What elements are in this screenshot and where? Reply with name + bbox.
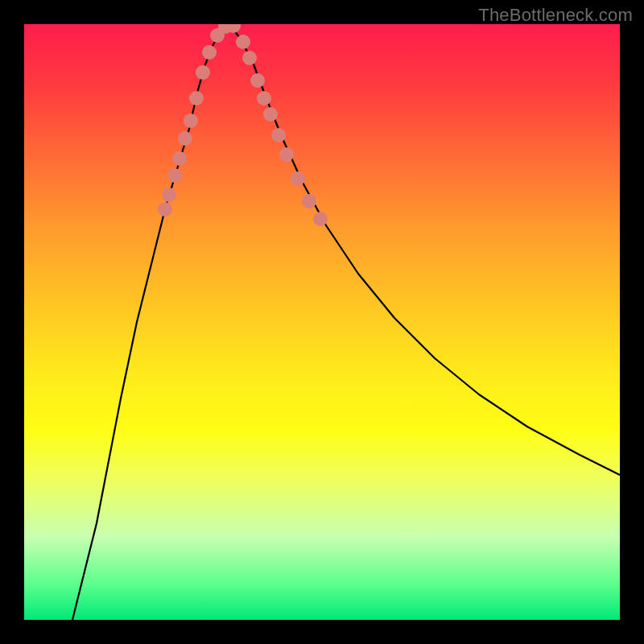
marker-dot [178, 131, 192, 146]
marker-dot [167, 168, 182, 183]
watermark-text: TheBottleneck.com [478, 5, 633, 26]
plot-area [24, 24, 620, 620]
marker-dot [263, 107, 278, 122]
marker-dot [184, 114, 198, 128]
marker-dot [162, 188, 176, 202]
curve-layer [24, 24, 620, 620]
series-right-curve [229, 24, 620, 475]
chart-frame: TheBottleneck.com [0, 0, 644, 644]
marker-dot [196, 65, 210, 80]
curve-lines [72, 24, 620, 620]
marker-dot [257, 91, 271, 105]
marker-dot [250, 73, 265, 88]
marker-dots [158, 24, 328, 226]
marker-dot [172, 151, 187, 166]
marker-dot [279, 147, 294, 162]
marker-dot [313, 212, 328, 226]
series-left-curve [72, 24, 229, 620]
marker-dot [189, 91, 204, 105]
marker-dot [271, 128, 286, 142]
marker-dot [202, 45, 217, 60]
marker-dot [242, 51, 257, 65]
marker-dot [291, 171, 305, 186]
marker-dot [158, 202, 172, 217]
marker-dot [302, 194, 316, 208]
marker-dot [236, 35, 250, 49]
